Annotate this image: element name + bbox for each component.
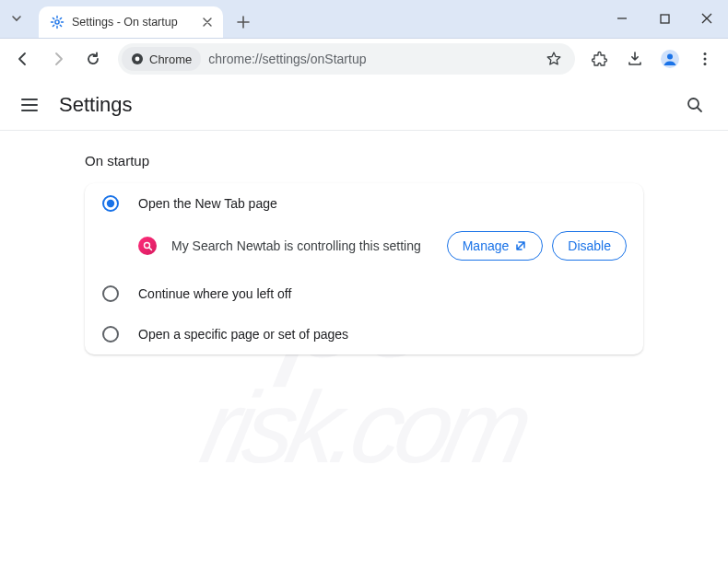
window-maximize-button[interactable] <box>643 0 686 38</box>
option-continue[interactable]: Continue where you left off <box>85 273 643 314</box>
manage-button-label: Manage <box>463 238 510 253</box>
radio-unselected-icon <box>101 325 120 343</box>
browser-tab[interactable]: Settings - On startup <box>39 6 223 38</box>
option-specific-pages[interactable]: Open a specific page or set of pages <box>85 314 643 354</box>
svg-point-3 <box>135 57 140 62</box>
radio-selected-icon <box>101 194 120 213</box>
search-icon <box>686 96 704 114</box>
window-titlebar: Settings - On startup <box>0 0 728 39</box>
extension-icon <box>138 237 157 255</box>
svg-point-13 <box>103 286 118 301</box>
svg-point-7 <box>704 58 707 61</box>
window-minimize-button[interactable] <box>601 0 643 38</box>
gear-icon <box>50 15 65 29</box>
disable-button-label: Disable <box>568 238 611 253</box>
settings-header: Settings <box>0 79 728 131</box>
address-bar[interactable]: Chrome chrome://settings/onStartup <box>118 43 575 75</box>
downloads-button[interactable] <box>619 43 651 75</box>
overflow-menu-button[interactable] <box>689 43 721 75</box>
section-heading: On startup <box>85 153 643 168</box>
extensions-button[interactable] <box>584 43 616 75</box>
window-close-button[interactable] <box>686 0 728 38</box>
option-new-tab[interactable]: Open the New Tab page <box>85 183 643 224</box>
page-title: Settings <box>59 93 133 117</box>
svg-point-14 <box>103 327 118 342</box>
site-chip-label: Chrome <box>149 52 192 66</box>
svg-point-0 <box>55 20 59 24</box>
browser-toolbar: Chrome chrome://settings/onStartup <box>0 39 728 79</box>
option-label: Open a specific page or set of pages <box>138 327 348 342</box>
startup-card: Open the New Tab page My Search Newtab i… <box>85 183 643 354</box>
tab-search-dropdown[interactable] <box>0 0 33 38</box>
tab-title: Settings - On startup <box>72 16 195 29</box>
new-tab-button[interactable] <box>230 9 256 35</box>
svg-point-11 <box>107 200 114 207</box>
menu-icon[interactable] <box>17 92 42 118</box>
svg-rect-1 <box>661 15 669 23</box>
option-label: Open the New Tab page <box>138 196 277 211</box>
reload-button[interactable] <box>77 43 109 75</box>
svg-point-8 <box>704 63 707 65</box>
search-button[interactable] <box>678 88 711 122</box>
extension-notice-text: My Search Newtab is controlling this set… <box>171 238 438 253</box>
url-text: chrome://settings/onStartup <box>208 52 366 66</box>
manage-button[interactable]: Manage <box>447 231 544 261</box>
external-link-icon <box>514 239 527 252</box>
disable-button[interactable]: Disable <box>552 231 627 261</box>
profile-button[interactable] <box>654 43 686 75</box>
back-button[interactable] <box>7 43 39 75</box>
radio-unselected-icon <box>101 284 120 303</box>
svg-point-6 <box>704 52 707 55</box>
svg-point-5 <box>667 54 673 60</box>
extension-notice: My Search Newtab is controlling this set… <box>85 224 643 273</box>
bookmark-star-icon[interactable] <box>546 51 562 67</box>
chrome-logo-icon <box>131 52 144 65</box>
forward-button[interactable] <box>42 43 74 75</box>
option-label: Continue where you left off <box>138 286 291 301</box>
close-tab-icon[interactable] <box>203 17 212 27</box>
svg-point-9 <box>688 99 699 109</box>
watermark-line2: risk.com <box>0 368 728 485</box>
site-chip[interactable]: Chrome <box>122 47 201 71</box>
